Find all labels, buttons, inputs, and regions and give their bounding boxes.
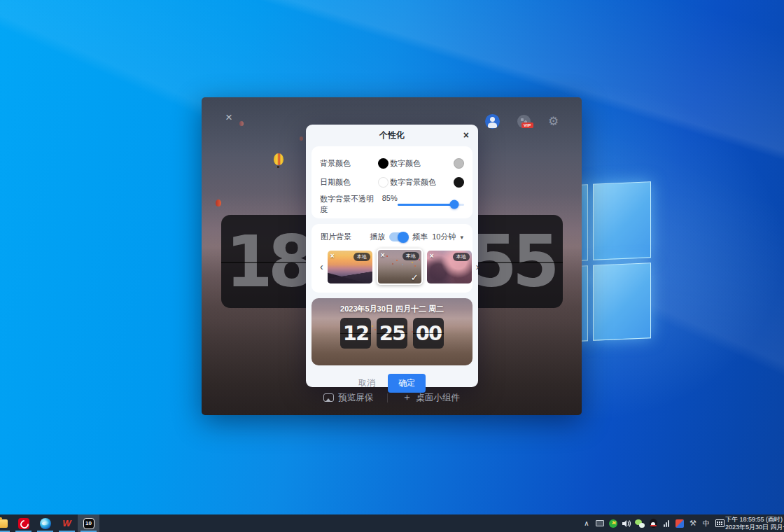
antivirus-tray-icon[interactable] — [608, 519, 618, 528]
hot-air-balloon — [300, 136, 303, 141]
clock-preview-panel: 2023年5月30日 四月十二 周二 12 25 00 — [312, 298, 472, 365]
personalization-dialog: 个性化 × 背景颜色 数字颜色 日期颜色 数字背景颜 — [306, 125, 478, 387]
footer-divider — [387, 393, 388, 402]
opacity-label: 数字背景不透明度 — [320, 194, 379, 215]
thumbnail-remove-icon[interactable]: × — [381, 251, 385, 259]
local-badge: 本地 — [354, 253, 370, 261]
netease-music-icon — [18, 518, 29, 529]
date-color-swatch[interactable] — [378, 177, 388, 188]
opacity-slider-fill — [398, 204, 454, 206]
windows-logo-pane — [593, 181, 652, 260]
qq-icon[interactable] — [648, 519, 658, 528]
taskbar-netease-music[interactable] — [13, 514, 34, 532]
display-tray-icon[interactable] — [595, 520, 605, 526]
ok-button[interactable]: 确定 — [388, 374, 426, 393]
taskbar-time-line: 下午 18:59:55 (酉时) 周 — [725, 516, 784, 524]
preview-screensaver-button[interactable]: 预览屏保 — [323, 392, 373, 404]
preview-minutes-panel: 25 — [377, 318, 407, 349]
taskbar-wps-office[interactable]: W — [56, 514, 78, 532]
thumbnail-remove-icon[interactable]: × — [330, 252, 335, 260]
color-settings-card: 背景颜色 数字颜色 日期颜色 数字背景颜色 — [312, 146, 472, 218]
screensaver-icon — [323, 393, 334, 402]
bg-color-swatch[interactable] — [378, 158, 388, 169]
window-close-icon[interactable]: × — [225, 111, 232, 123]
clock-seconds-panel: 55 — [465, 215, 563, 308]
local-badge: 本地 — [453, 253, 470, 261]
wechat-icon[interactable] — [635, 519, 645, 528]
taskbar-clock[interactable]: 下午 18:59:55 (酉时) 周 2023年5月30日 四月十 — [725, 514, 784, 532]
clock-hours-panel: 18 — [221, 215, 318, 308]
preview-date-text: 2023年5月30日 四月十二 周二 — [312, 304, 472, 314]
taskbar: W 10 ∧ ⚒ 中 下午 18:59:55 (酉时) 周 2023年5月30日… — [0, 514, 784, 532]
opacity-value: 85% — [382, 194, 398, 215]
digit-color-label: 数字颜色 — [390, 158, 421, 169]
carousel-prev-icon[interactable]: ‹ — [320, 262, 323, 272]
desktop: × VIP ⚙ 18 59 55 预览屏保 ＋ 桌面小组件 个性化 × — [0, 0, 784, 532]
windows-logo-pane — [593, 262, 652, 341]
touch-keyboard-icon[interactable] — [715, 519, 724, 527]
hot-air-balloon — [274, 153, 284, 165]
hot-air-balloon — [239, 121, 244, 126]
network-signal-icon[interactable] — [662, 520, 671, 527]
volume-icon[interactable] — [622, 519, 631, 528]
dialog-close-icon[interactable]: × — [463, 130, 469, 140]
digit-bg-color-label: 数字背景颜色 — [390, 177, 436, 188]
digit-color-swatch[interactable] — [454, 158, 464, 169]
desktop-widget-button[interactable]: ＋ 桌面小组件 — [402, 391, 460, 404]
vip-gift-icon[interactable]: VIP — [517, 115, 531, 128]
opacity-slider-handle[interactable] — [449, 200, 458, 209]
play-label: 播放 — [370, 232, 385, 242]
vip-badge: VIP — [522, 122, 533, 128]
digit-bg-color-swatch[interactable] — [454, 177, 464, 188]
opacity-slider[interactable] — [398, 204, 464, 206]
frequency-value[interactable]: 10分钟 — [432, 232, 456, 242]
taskbar-date-line: 2023年5月30日 四月十 — [725, 524, 784, 531]
preview-hours-panel: 12 — [340, 318, 371, 349]
taskbar-file-explorer[interactable] — [0, 514, 13, 532]
tool-tray-icon[interactable]: ⚒ — [688, 519, 698, 528]
mini-balloons — [386, 255, 388, 257]
app-tray-icon[interactable] — [675, 519, 685, 528]
picture-bg-label: 图片背景 — [321, 232, 351, 242]
local-badge: 本地 — [402, 252, 419, 260]
hidden-icons-chevron[interactable]: ∧ — [582, 519, 592, 527]
file-explorer-icon — [0, 519, 8, 528]
cancel-button[interactable]: 取消 — [358, 377, 375, 389]
wallpaper-thumbnail-sunset[interactable]: × 本地 — [328, 251, 372, 284]
play-toggle[interactable] — [389, 232, 408, 241]
edge-browser-icon — [40, 518, 51, 529]
preview-seconds-panel: 00 — [413, 318, 444, 349]
dialog-title: 个性化 — [379, 130, 405, 141]
selected-check-icon: ✓ — [411, 272, 419, 283]
flip-clock-app-icon: 10 — [83, 518, 94, 529]
taskbar-edge-browser[interactable] — [34, 514, 56, 532]
thumbnail-remove-icon[interactable]: × — [430, 252, 434, 260]
wallpaper-thumbnail-clouds[interactable]: × 本地 — [427, 251, 472, 284]
taskbar-flip-clock-app[interactable]: 10 — [78, 514, 99, 532]
picture-background-card: 图片背景 播放 频率 10分钟 ▾ ‹ × 本地 × 本地 — [312, 224, 472, 293]
settings-gear-icon[interactable]: ⚙ — [548, 115, 559, 127]
frequency-label: 频率 — [412, 232, 428, 242]
wallpaper-thumbnail-balloons-selected[interactable]: × 本地 ✓ — [377, 248, 423, 285]
bg-color-label: 背景颜色 — [320, 158, 351, 169]
carousel-next-icon[interactable]: › — [476, 262, 479, 272]
hot-air-balloon — [216, 200, 221, 206]
wps-office-icon: W — [62, 518, 71, 528]
chevron-down-icon[interactable]: ▾ — [460, 234, 463, 241]
ime-chinese-indicator[interactable]: 中 — [701, 519, 711, 528]
user-avatar-icon[interactable] — [485, 114, 500, 129]
plus-icon: ＋ — [402, 391, 412, 404]
date-color-label: 日期颜色 — [320, 177, 351, 188]
